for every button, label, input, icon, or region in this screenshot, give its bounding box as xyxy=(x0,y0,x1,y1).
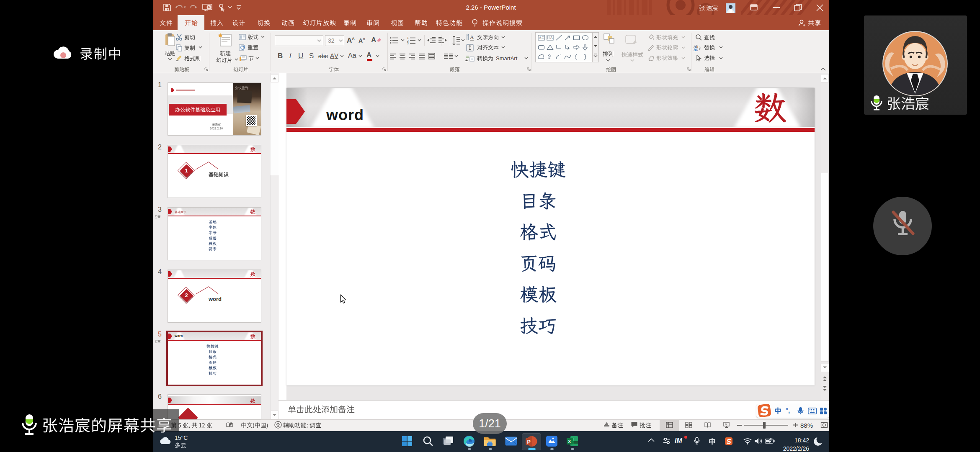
svg-text:A: A xyxy=(470,34,474,40)
svg-text:ac: ac xyxy=(694,47,698,51)
svg-text:3: 3 xyxy=(407,42,409,44)
svg-text:P: P xyxy=(527,439,531,445)
svg-text:X: X xyxy=(568,439,571,444)
svg-text:A: A xyxy=(539,36,542,40)
svg-text:A: A xyxy=(550,36,553,40)
